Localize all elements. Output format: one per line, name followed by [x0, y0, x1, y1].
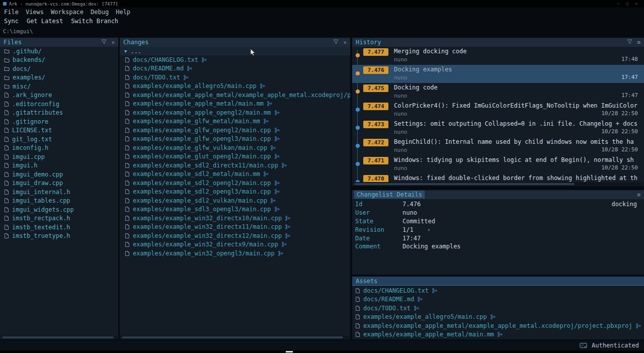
file-tree-file-row[interactable]: imgui_internal.h	[0, 188, 118, 197]
files-hscrollbar[interactable]	[1, 336, 117, 339]
history-hscrollbar[interactable]	[353, 183, 643, 186]
toolbar-get-latest-button[interactable]: Get Latest	[27, 18, 63, 25]
history-row[interactable]: 7.472BeginChild(): Internal name used by…	[352, 137, 644, 155]
change-row[interactable]: examples/example_apple_metal/example_app…	[120, 91, 350, 100]
change-row[interactable]: examples/example_sdl2_metal/main.mm	[120, 170, 350, 179]
file-tree-folder-row[interactable]: examples/	[0, 73, 118, 82]
changed-file-name: examples/example_win32_directx11/main.cp…	[133, 223, 282, 230]
file-tree-folder-row[interactable]: .github/	[0, 47, 118, 56]
change-row[interactable]: examples/example_sdl2_directx11/main.cpp	[120, 161, 350, 170]
asset-row[interactable]: docs/CHANGELOG.txt	[352, 286, 644, 295]
file-tree-folder-row[interactable]: misc/	[0, 82, 118, 91]
changed-file-name: examples/example_sdl2_metal/main.mm	[133, 170, 260, 178]
filter-icon[interactable]	[101, 39, 107, 45]
change-row[interactable]: examples/example_win32_directx12/main.cp…	[120, 231, 350, 240]
asset-row[interactable]: examples/example_allegro5/main.cpp	[352, 313, 644, 322]
menu-icon[interactable]: ≡	[637, 192, 640, 198]
revision-badge: 7.473	[363, 121, 388, 128]
revision-dropdown[interactable]: ▾	[428, 227, 430, 232]
change-row[interactable]: docs/README.md	[120, 64, 350, 73]
close-button[interactable]: ✕	[632, 2, 641, 6]
close-icon[interactable]: ×	[343, 40, 347, 45]
history-row[interactable]: 7.471Windows: tidying up skipitems logic…	[352, 155, 644, 173]
file-tree-file-row[interactable]: .gitignore	[0, 117, 118, 126]
change-row[interactable]: examples/example_win32_directx9/main.cpp	[120, 240, 350, 249]
history-row[interactable]: 7.476Docking examplesnuno17:47	[352, 65, 644, 83]
filter-icon[interactable]	[627, 39, 632, 45]
change-row[interactable]: examples/example_sdl2_vulkan/main.cpp	[120, 196, 350, 205]
file-icon	[125, 101, 130, 107]
file-tree-file-row[interactable]: imgui_tables.cpp	[0, 197, 118, 206]
change-row[interactable]: examples/example_sdl2_opengl2/main.cpp	[120, 179, 350, 188]
file-tree-file-row[interactable]: .gitattributes	[0, 109, 118, 118]
changed-file-name: examples/example_glfw_vulkan/main.cpp	[133, 144, 267, 151]
expander-icon[interactable]: ▼	[124, 49, 127, 54]
file-tree-file-row[interactable]: git_log.txt	[0, 135, 118, 144]
change-row[interactable]: examples/example_glfw_metal/main.mm	[120, 117, 350, 126]
commit-dot-icon	[356, 126, 360, 130]
file-icon	[125, 250, 130, 256]
file-tree-file-row[interactable]: imgui_draw.cpp	[0, 179, 118, 188]
file-tree-file-row[interactable]: imgui.h	[0, 161, 118, 170]
file-name: backends/	[13, 56, 45, 63]
file-tree-file-row[interactable]: imstb_rectpack.h	[0, 214, 118, 223]
change-row[interactable]: examples/example_win32_directx11/main.cp…	[120, 223, 350, 232]
history-row[interactable]: 7.470Windows: fixed double-clicked borde…	[352, 173, 644, 182]
file-tree-file-row[interactable]: imconfig.h	[0, 144, 118, 153]
change-row[interactable]: examples/example_win32_directx10/main.cp…	[120, 214, 350, 223]
change-row[interactable]: examples/example_glfw_opengl2/main.cpp	[120, 126, 350, 135]
file-tree-file-row[interactable]: imgui_demo.cpp	[0, 170, 118, 179]
change-row[interactable]: examples/example_glfw_opengl3/main.cpp	[120, 135, 350, 144]
change-row[interactable]: examples/example_glfw_vulkan/main.cpp	[120, 143, 350, 152]
history-row[interactable]: 7.474ColorPicker4(): Fixed ImGuiColorEdi…	[352, 101, 644, 119]
asset-row[interactable]: docs/TODO.txt	[352, 304, 644, 313]
asset-row[interactable]: docs/README.md	[352, 295, 644, 304]
changes-hscrollbar[interactable]	[121, 336, 349, 339]
changelist-details-panel: Changelist Details ≡ Id7.476dockingUsern…	[352, 190, 644, 275]
file-tree-file-row[interactable]: imgui_widgets.cpp	[0, 205, 118, 214]
changes-root-row[interactable]: ▼ ...	[120, 47, 350, 55]
change-row[interactable]: examples/example_glut_opengl2/main.cpp	[120, 152, 350, 161]
file-tree-folder-row[interactable]: docs/	[0, 64, 118, 73]
file-tree-file-row[interactable]: imgui.cpp	[0, 152, 118, 161]
history-row[interactable]: 7.477Merging docking codenuno17:48	[352, 47, 644, 65]
file-tree-file-row[interactable]: imstb_textedit.h	[0, 223, 118, 232]
branch-icon	[497, 331, 503, 337]
branch-icon	[270, 198, 276, 204]
toolbar-sync-button[interactable]: Sync	[4, 18, 19, 25]
change-row[interactable]: examples/example_win32_opengl3/main.cpp	[120, 249, 350, 258]
change-row[interactable]: examples/example_sdl2_opengl3/main.cpp	[120, 188, 350, 197]
menu-icon[interactable]: ≡	[637, 40, 640, 45]
branch-icon	[187, 65, 192, 71]
file-name: LICENSE.txt	[12, 127, 52, 134]
file-tree-folder-row[interactable]: backends/	[0, 56, 118, 65]
file-icon	[355, 323, 360, 329]
menu-file[interactable]: File	[4, 9, 19, 16]
filter-icon[interactable]	[333, 39, 339, 45]
file-icon	[4, 189, 9, 195]
menu-debug[interactable]: Debug	[91, 9, 109, 16]
minimize-button[interactable]: —	[614, 2, 623, 6]
change-row[interactable]: examples/example_apple_opengl2/main.mm	[120, 108, 350, 117]
change-row[interactable]: docs/CHANGELOG.txt	[120, 55, 350, 64]
asset-row[interactable]: examples/example_apple_metal/main.mm	[352, 330, 644, 339]
close-icon[interactable]: ×	[111, 40, 115, 45]
change-row[interactable]: examples/example_sdl3_opengl3/main.cpp	[120, 205, 350, 214]
maximize-button[interactable]: ▢	[623, 2, 632, 6]
menu-views[interactable]: Views	[26, 9, 44, 16]
menu-help[interactable]: Help	[116, 9, 130, 16]
change-row[interactable]: examples/example_allegro5/main.cpp	[120, 82, 350, 91]
file-tree-file-row[interactable]: .ark_ignore	[0, 91, 118, 100]
toolbar-switch-branch-button[interactable]: Switch Branch	[71, 18, 118, 25]
history-row[interactable]: 7.475Docking codenuno17:47	[352, 83, 644, 101]
asset-row[interactable]: examples/example_apple_metal/example_app…	[352, 321, 644, 330]
commit-dot-icon	[356, 180, 360, 182]
changed-file-name: examples/example_glfw_opengl2/main.cpp	[133, 127, 271, 134]
file-tree-file-row[interactable]: imstb_truetype.h	[0, 232, 118, 241]
history-row[interactable]: 7.473Settings: omit outputing Collapsed=…	[352, 119, 644, 137]
change-row[interactable]: examples/example_apple_metal/main.mm	[120, 100, 350, 109]
menu-workspace[interactable]: Workspace	[51, 9, 84, 16]
change-row[interactable]: docs/TODO.txt	[120, 73, 350, 82]
file-tree-file-row[interactable]: LICENSE.txt	[0, 126, 118, 135]
file-tree-file-row[interactable]: .editorconfig	[0, 100, 118, 109]
